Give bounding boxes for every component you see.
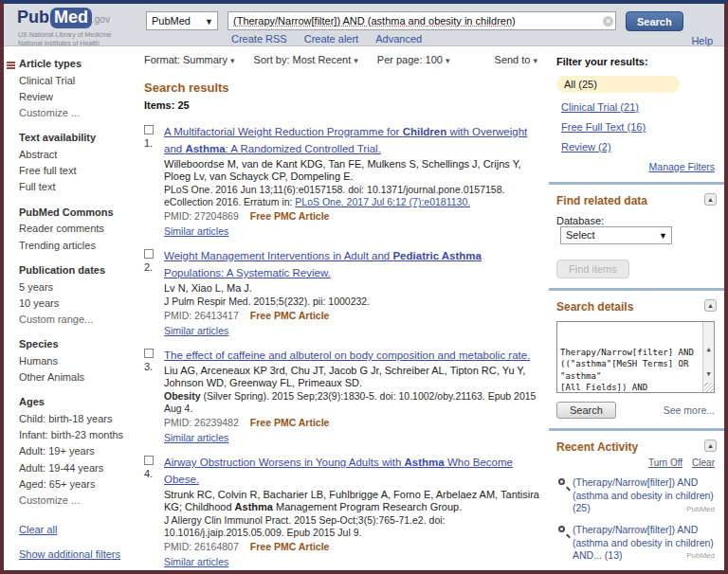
result-citation: PLoS One. 2016 Jun 13;11(6):e0157158. do… bbox=[164, 184, 541, 208]
result-citation: J Pulm Respir Med. 2015;5(232). pii: 100… bbox=[164, 296, 541, 308]
filter-results-link[interactable]: Review (2) bbox=[561, 141, 715, 152]
result-authors: Liu AG, Arceneaux KP 3rd, Chu JT, Jacob … bbox=[164, 365, 541, 389]
database-dropdown[interactable]: PubMed ▼ bbox=[146, 11, 218, 30]
create-alert-link[interactable]: Create alert bbox=[304, 33, 358, 45]
sidebar-filter-link[interactable]: Abstract bbox=[19, 149, 133, 161]
sidebar-section: Species HumansOther Animals bbox=[19, 338, 133, 384]
result-number: 2. bbox=[144, 261, 164, 273]
result-pmid: PMID: 26239482 bbox=[164, 417, 239, 428]
result-title-link[interactable]: Airway Obstruction Worsens in Young Adul… bbox=[164, 457, 513, 485]
logo-med-badge: Med bbox=[50, 8, 92, 28]
collapse-icon[interactable]: ▲ bbox=[704, 193, 717, 206]
send-to-dropdown[interactable]: Send to▾ bbox=[495, 54, 537, 65]
recent-activity-heading: Recent Activity ▲ bbox=[556, 440, 715, 454]
similar-articles-link[interactable]: Similar articles bbox=[164, 325, 228, 336]
result-item: 4. Airway Obstruction Worsens in Young A… bbox=[144, 453, 541, 569]
result-number: 3. bbox=[144, 361, 164, 372]
sidebar-section: Article types Clinical TrialReview Custo… bbox=[19, 58, 133, 119]
sidebar-filter-link[interactable]: Reader comments bbox=[19, 223, 133, 235]
result-title-link[interactable]: The effect of caffeine and albuterol on … bbox=[164, 350, 530, 361]
free-article-badge[interactable]: Free PMC Article bbox=[250, 417, 330, 428]
menu-icon[interactable] bbox=[7, 61, 15, 70]
free-article-badge[interactable]: Free PMC Article bbox=[250, 210, 330, 222]
logo-pub-text: Pub bbox=[17, 8, 49, 27]
sidebar-filter-link[interactable]: Infant: birth-23 months bbox=[19, 429, 133, 441]
recent-activity-source: PubMed bbox=[686, 551, 715, 561]
content: Article types Clinical TrialReview Custo… bbox=[4, 46, 724, 570]
result-title-link[interactable]: Weight Management Interventions in Adult… bbox=[164, 250, 482, 278]
sidebar-filter-link[interactable]: Full text bbox=[19, 181, 133, 193]
result-item: 1. A Multifactorial Weight Reduction Pro… bbox=[144, 122, 541, 239]
resize-grip[interactable] bbox=[704, 383, 714, 392]
sidebar-filter-link[interactable]: Humans bbox=[19, 355, 133, 368]
search-details-textarea[interactable]: Therapy/Narrow[filter] AND (("asthma"[Me… bbox=[556, 321, 715, 393]
search-details-see-more-link[interactable]: See more... bbox=[664, 404, 715, 416]
sidebar-filter-link[interactable]: 10 years bbox=[19, 297, 133, 310]
sidebar-customize-link[interactable]: Customize ... bbox=[19, 107, 133, 119]
help-link[interactable]: Help bbox=[691, 35, 713, 46]
turn-off-link[interactable]: Turn Off bbox=[648, 457, 682, 468]
result-number: 4. bbox=[144, 468, 164, 479]
filter-results-link[interactable]: All (25) bbox=[556, 76, 680, 93]
per-page-dropdown[interactable]: Per page: 100▾ bbox=[377, 54, 450, 65]
sidebar-filter-link[interactable]: Clinical Trial bbox=[19, 75, 133, 87]
sidebar-filter-link[interactable]: 5 years bbox=[19, 281, 133, 294]
sidebar-filter-link[interactable]: Child: birth-18 years bbox=[19, 413, 133, 425]
manage-filters-link[interactable]: Manage Filters bbox=[556, 161, 715, 172]
pubmed-logo[interactable]: PubMed.gov bbox=[17, 8, 110, 28]
sidebar-filter-link[interactable]: Other Animals bbox=[19, 371, 133, 384]
scrollbar[interactable]: ▲ ▼ bbox=[702, 322, 714, 392]
search-input[interactable] bbox=[228, 11, 616, 30]
clear-all-link[interactable]: Clear all bbox=[19, 524, 133, 535]
similar-articles-link[interactable]: Similar articles bbox=[164, 556, 228, 567]
result-number: 1. bbox=[144, 137, 164, 149]
sort-dropdown[interactable]: Sort by: Most Recent▾ bbox=[254, 54, 358, 65]
related-database-dropdown[interactable]: Select ▼ bbox=[560, 226, 672, 244]
sidebar-filter-link[interactable]: Adult: 19-44 years bbox=[19, 462, 133, 475]
collapse-icon[interactable]: ▲ bbox=[704, 299, 717, 312]
search-results-heading: Search results bbox=[144, 81, 541, 95]
scroll-up-icon[interactable]: ▲ bbox=[703, 345, 714, 354]
filters-sidebar: Article types Clinical TrialReview Custo… bbox=[4, 46, 135, 570]
sidebar-filter-link[interactable]: Trending articles bbox=[19, 240, 133, 252]
collapse-icon[interactable]: ▲ bbox=[704, 439, 717, 452]
clear-search-icon[interactable]: ✕ bbox=[603, 16, 613, 27]
database-label: Database: bbox=[556, 215, 604, 226]
create-rss-link[interactable]: Create RSS bbox=[231, 33, 287, 45]
find-related-data-heading: Find related data ▲ bbox=[556, 194, 715, 207]
sidebar-customize-link[interactable]: Customize ... bbox=[19, 494, 133, 507]
filter-results-title: Filter your results: bbox=[556, 56, 715, 67]
sidebar-filter-link[interactable]: Adult: 19+ years bbox=[19, 445, 133, 457]
clear-link[interactable]: Clear bbox=[692, 457, 715, 468]
chevron-down-icon: ▼ bbox=[659, 228, 667, 244]
similar-articles-link[interactable]: Similar articles bbox=[164, 225, 228, 237]
search-details-search-button[interactable]: Search bbox=[556, 402, 616, 419]
recent-activity-item: (Therapy/Narrow[filter]) AND (asthma and… bbox=[556, 524, 715, 563]
header-links: Create RSS Create alert Advanced bbox=[231, 33, 422, 45]
sidebar-customize-link[interactable]: Custom range... bbox=[19, 314, 133, 326]
result-checkbox[interactable] bbox=[144, 125, 154, 135]
result-checkbox[interactable] bbox=[144, 349, 154, 358]
result-checkbox[interactable] bbox=[144, 249, 154, 259]
show-additional-filters-link[interactable]: Show additional filters bbox=[19, 548, 133, 560]
sidebar-filter-link[interactable]: Review bbox=[19, 91, 133, 103]
find-items-button[interactable]: Find items bbox=[556, 260, 629, 278]
erratum-link[interactable]: PLoS One. 2017 Jul 6;12 (7):e0181130. bbox=[295, 196, 470, 207]
sidebar-filter-link[interactable]: Aged: 65+ years bbox=[19, 478, 133, 491]
search-button[interactable]: Search bbox=[626, 11, 683, 31]
result-title-link[interactable]: A Multifactorial Weight Reduction Progra… bbox=[164, 126, 527, 154]
free-article-badge[interactable]: Free PMC Article bbox=[250, 310, 330, 321]
sidebar-filter-link[interactable]: Free full text bbox=[19, 165, 133, 177]
free-article-badge[interactable]: Free PMC Article bbox=[250, 541, 330, 552]
filter-results-link[interactable]: Free Full Text (16) bbox=[561, 121, 715, 133]
divider bbox=[549, 182, 724, 185]
result-checkbox[interactable] bbox=[144, 456, 154, 465]
advanced-link[interactable]: Advanced bbox=[375, 33, 422, 45]
filter-results-link[interactable]: Clinical Trial (21) bbox=[561, 101, 715, 113]
sidebar-section-title: Publication dates bbox=[19, 264, 133, 278]
format-dropdown[interactable]: Format: Summary▾ bbox=[144, 54, 235, 65]
similar-articles-link[interactable]: Similar articles bbox=[164, 432, 228, 443]
result-citation: J Allergy Clin Immunol Pract. 2015 Sep-O… bbox=[164, 514, 541, 539]
scroll-down-icon[interactable]: ▼ bbox=[703, 369, 714, 379]
sidebar-section-title: PubMed Commons bbox=[19, 206, 133, 220]
